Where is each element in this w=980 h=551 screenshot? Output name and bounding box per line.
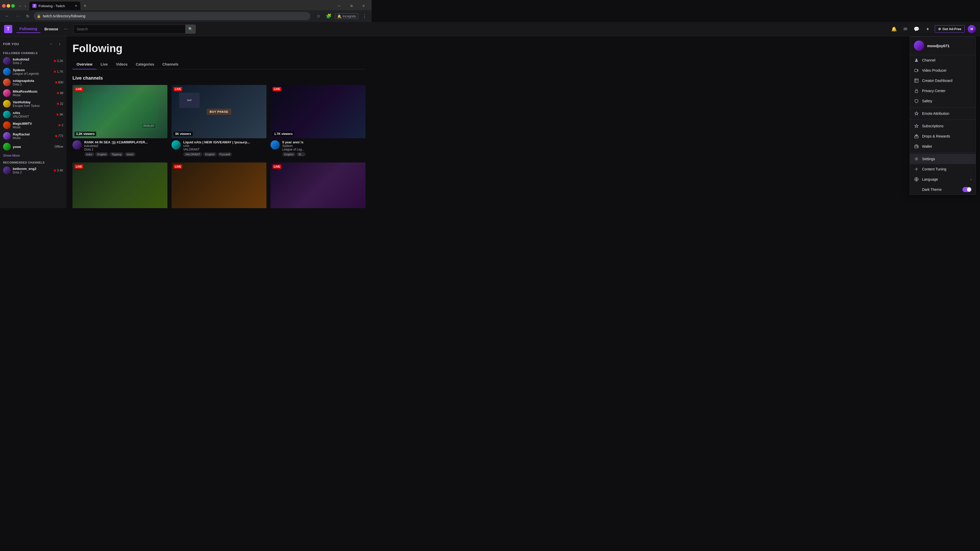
stream-details-kukudota2: RANK 44 IN SEA :))) #11kMMRPLAYER... kuk… bbox=[84, 140, 167, 156]
sidebar-item-nats[interactable]: nAts VALORANT 3K bbox=[0, 109, 66, 120]
stream-channel-sydeon: Sydeon bbox=[282, 144, 366, 148]
restore-btn[interactable]: ⧉ bbox=[345, 2, 357, 10]
sidebar-item-mikarosemusic[interactable]: MikaRoseMusic Music 98 bbox=[0, 88, 66, 98]
tab-back-btn[interactable]: ‹ bbox=[18, 3, 22, 8]
channel-avatar-betboom bbox=[3, 167, 11, 174]
sidebar: For You ← ↕ FOLLOWED CHANNELS kukudota2 … bbox=[0, 36, 66, 208]
channel-game-solapsapdota: Dota 2 bbox=[13, 83, 53, 86]
sidebar-item-kukudota2[interactable]: kukudota2 Dota 2 3.2K bbox=[0, 56, 66, 66]
for-you-label: For You bbox=[3, 42, 19, 46]
channel-viewers-rayrachel: 772 bbox=[55, 134, 63, 138]
tag-russian[interactable]: Русский bbox=[218, 152, 232, 156]
stream-card-row2-3[interactable]: LIVE bbox=[270, 162, 366, 208]
browser-forward-btn[interactable]: → bbox=[13, 12, 21, 20]
window-controls-left bbox=[2, 4, 15, 8]
maximize-window-btn[interactable] bbox=[11, 4, 15, 8]
address-bar-right: ☆ 🧩 🕵 Incognito ⋮ bbox=[314, 12, 369, 20]
live-indicator-betboom bbox=[54, 169, 56, 171]
live-indicator-nats bbox=[56, 114, 59, 116]
sidebar-item-rayrachel[interactable]: RayRachel Music 772 bbox=[0, 130, 66, 141]
sidebar-item-sydeon[interactable]: Sydeon League of Legends 1.7K bbox=[0, 66, 66, 77]
tag-english-2[interactable]: English bbox=[203, 152, 216, 156]
stream-card-row2-1[interactable]: LIVE bbox=[73, 162, 167, 208]
sidebar-item-magic899tv[interactable]: Magic899TV Music 2 bbox=[0, 120, 66, 130]
channel-avatar-vanholiday bbox=[3, 100, 11, 108]
tab-close-btn[interactable]: ✕ bbox=[75, 4, 77, 8]
nav-browse[interactable]: Browse bbox=[41, 25, 61, 33]
tag-english-3[interactable]: English bbox=[282, 152, 296, 156]
sidebar-item-yowe[interactable]: yowe Offline bbox=[0, 141, 66, 152]
browser-chrome: ‹ › T Following - Twitch ✕ + — ⧉ ✕ ← → ↻… bbox=[0, 0, 372, 22]
channel-game-nats: VALORANT bbox=[13, 115, 54, 118]
channel-name-nats: nAts bbox=[13, 111, 54, 115]
nav-links: Following Browse ··· bbox=[16, 25, 69, 33]
viewer-count-sydeon: 1.7K viewers bbox=[272, 132, 294, 136]
channel-game-mikarosemusic: Music bbox=[13, 94, 55, 97]
tag-valorant[interactable]: VALORANT bbox=[183, 152, 202, 156]
stream-thumb-row2-1: LIVE bbox=[73, 162, 167, 208]
show-more-btn[interactable]: Show More bbox=[0, 152, 66, 159]
stream-thumb-row2-3: LIVE bbox=[270, 162, 366, 208]
stream-details-sydeon: 5 year anni !s Sydeon League of Leg... E… bbox=[282, 140, 366, 156]
channel-name-magic899tv: Magic899TV bbox=[13, 122, 56, 125]
browser-refresh-btn[interactable]: ↻ bbox=[24, 12, 32, 20]
tab-live[interactable]: Live bbox=[97, 60, 112, 69]
sidebar-item-vanholiday[interactable]: VanHoliday Escape from Tarkov 22 bbox=[0, 98, 66, 109]
channel-name-rayrachel: RayRachel bbox=[13, 132, 53, 136]
tag-dota2[interactable]: dota2 bbox=[124, 152, 136, 156]
channel-info-sydeon: Sydeon League of Legends bbox=[13, 68, 52, 76]
close-btn[interactable]: ✕ bbox=[358, 2, 369, 10]
viewer-count-kukudota2: 3.2K viewers bbox=[75, 132, 96, 136]
tab-overview[interactable]: Overview bbox=[73, 60, 97, 69]
bookmark-btn[interactable]: ☆ bbox=[314, 12, 323, 20]
tag-tagalog[interactable]: Tagalog bbox=[110, 152, 124, 156]
nav-following[interactable]: Following bbox=[16, 25, 40, 33]
channel-info-magic899tv: Magic899TV Music bbox=[13, 122, 56, 129]
tag-english-1[interactable]: English bbox=[95, 152, 108, 156]
sidebar-item-betboom[interactable]: betboom_eng2 Dota 2 3.4K bbox=[0, 165, 66, 176]
search-input[interactable] bbox=[73, 27, 185, 31]
channel-avatar-mikarosemusic bbox=[3, 89, 11, 97]
close-window-btn[interactable] bbox=[2, 4, 6, 8]
sidebar-collapse-btn[interactable]: ← bbox=[48, 40, 55, 48]
recommended-label: RECOMMENDED CHANNELS bbox=[0, 159, 66, 165]
search-bar[interactable]: 🔍 bbox=[73, 24, 196, 34]
browser-back-btn[interactable]: ← bbox=[3, 12, 11, 20]
channel-info-yowe: yowe bbox=[13, 145, 52, 149]
browser-menu-btn[interactable]: ⋮ bbox=[360, 12, 369, 20]
stream-thumb-nats: BUY PHASE SAP LIVE 3K viewers bbox=[172, 85, 266, 138]
app-container: For You ← ↕ FOLLOWED CHANNELS kukudota2 … bbox=[0, 36, 372, 208]
url-bar[interactable]: 🔒 twitch.tv/directory/following bbox=[34, 12, 310, 20]
nav-more-btn[interactable]: ··· bbox=[62, 25, 69, 33]
channel-name-solapsapdota: solapsapdota bbox=[13, 79, 53, 83]
stream-game-kukudota2: Dota 2 bbox=[84, 148, 167, 151]
tag-bl[interactable]: Bl... bbox=[297, 152, 305, 156]
channel-name-yowe: yowe bbox=[13, 145, 52, 149]
sidebar-sort-btn[interactable]: ↕ bbox=[56, 40, 63, 48]
top-nav: T Following Browse ··· 🔍 🔔 ✉ 💬 ♦ ⊘ Get A… bbox=[0, 22, 372, 36]
channel-info-rayrachel: RayRachel Music bbox=[13, 132, 53, 140]
sidebar-item-solapsapdota[interactable]: solapsapdota Dota 2 600 bbox=[0, 77, 66, 88]
active-tab[interactable]: T Following - Twitch ✕ bbox=[29, 2, 80, 10]
search-button[interactable]: 🔍 bbox=[185, 24, 196, 34]
live-badge-row2-2: LIVE bbox=[173, 165, 182, 168]
stream-card-kukudota2[interactable]: RIVALRY LIVE 3.2K viewers RANK 44 IN SEA… bbox=[73, 85, 167, 156]
channel-game-magic899tv: Music bbox=[13, 125, 56, 129]
tab-videos[interactable]: Videos bbox=[112, 60, 132, 69]
new-tab-btn[interactable]: + bbox=[81, 2, 89, 10]
page-title: Following bbox=[73, 42, 366, 55]
stream-channel-kukudota2: kukudota2 bbox=[84, 144, 167, 148]
tab-forward-btn[interactable]: › bbox=[23, 3, 27, 8]
tab-categories[interactable]: Categories bbox=[132, 60, 158, 69]
tag-kuku[interactable]: kuku bbox=[84, 152, 94, 156]
extension-btn[interactable]: 🧩 bbox=[325, 12, 333, 20]
twitch-logo[interactable]: T bbox=[4, 25, 12, 33]
live-indicator-kukudota2 bbox=[54, 60, 56, 62]
channel-name-sydeon: Sydeon bbox=[13, 68, 52, 72]
minimize-btn[interactable]: — bbox=[333, 2, 345, 10]
stream-card-row2-2[interactable]: LIVE bbox=[172, 162, 266, 208]
tab-channels[interactable]: Channels bbox=[158, 60, 183, 69]
stream-card-sydeon[interactable]: LIVE 1.7K viewers 5 year anni !s Sydeon … bbox=[270, 85, 366, 156]
stream-card-nats[interactable]: BUY PHASE SAP LIVE 3K viewers Liquid nAt… bbox=[172, 85, 266, 156]
minimize-window-btn[interactable] bbox=[6, 4, 10, 8]
